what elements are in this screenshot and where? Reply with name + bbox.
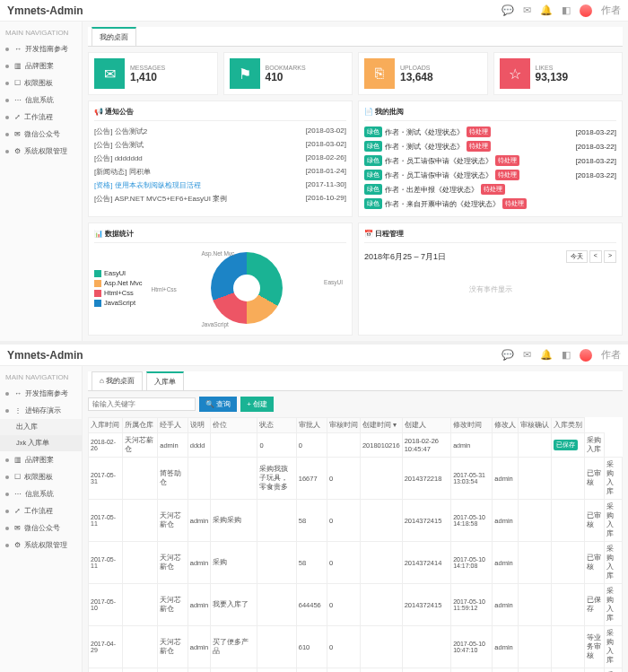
sidebar-item[interactable]: ↔ 开发指南参考 xyxy=(0,40,82,57)
chart-icon: 📊 xyxy=(94,230,103,238)
sidebar-item[interactable]: ⚙ 系统权限管理 xyxy=(0,143,82,160)
chat-icon[interactable]: 💬 xyxy=(502,4,514,16)
stat-card: ✉MESSAGES1,410 xyxy=(88,52,218,95)
stat-card: ⚑BOOKMARKS410 xyxy=(223,52,353,95)
sidebar-item[interactable]: ▥ 品牌图案 xyxy=(0,451,82,468)
notice-item[interactable]: [新闻动态] 同积单[2018-01-24] xyxy=(94,165,346,179)
approval-item[interactable]: 绿色作者・出差申报《处理状态》待处理 xyxy=(364,182,616,196)
mail-icon[interactable]: ✉ xyxy=(523,349,531,361)
megaphone-icon: 📢 xyxy=(94,108,103,116)
stat-icon: ☆ xyxy=(500,58,530,89)
legend-item: Asp.Net Mvc xyxy=(94,279,143,287)
table-header[interactable]: 经手人 xyxy=(158,418,188,433)
calendar-panel: 📅 日程管理 2018年6月25 – 7月1日 今天 < > 没有事件显示 xyxy=(358,223,623,336)
table-header[interactable]: 修改时间 xyxy=(451,418,493,433)
notice-item[interactable]: [公告] ASP.NET MVC5+EF6+EasyUI 案例[2016-10-… xyxy=(94,192,346,205)
table-row[interactable]: 2017-05-11天河芯薪仓admin采购采购5802014372415201… xyxy=(89,500,623,542)
table-header[interactable]: 审核时间 xyxy=(327,418,360,433)
table-header[interactable]: 入库时间 xyxy=(89,418,123,433)
notice-item[interactable]: [公告] 公告测试[2018-03-02] xyxy=(94,138,346,152)
table-header[interactable]: 说明 xyxy=(188,418,210,433)
table-row[interactable]: 2017-04-29天河芯薪仓admin买了便多产品61002017-05-10… xyxy=(89,626,623,668)
calendar-empty: 没有事件显示 xyxy=(364,266,616,312)
topbar: Ymnets-Admin 💬 ✉ 🔔 ◧ 作者 xyxy=(0,0,628,22)
table-header[interactable]: 修改人 xyxy=(493,418,519,433)
approval-item[interactable]: 绿色作者・测试《处理状态》待处理[2018-03-22] xyxy=(364,125,616,139)
table-row[interactable]: 2017-05-31简答助仓采购我孩子玩具，零食贵多16677020143722… xyxy=(89,458,623,500)
bell-icon[interactable]: 🔔 xyxy=(540,4,553,16)
brand: Ymnets-Admin xyxy=(7,4,83,17)
sidebar-item[interactable]: ✉ 微信公众号 xyxy=(0,126,82,143)
topbar-icons: 💬 ✉ 🔔 ◧ 作者 xyxy=(502,348,621,362)
doc-icon: 📄 xyxy=(364,108,373,116)
tab[interactable]: 我的桌面 xyxy=(92,27,136,46)
table-header[interactable]: 所属仓库 xyxy=(123,418,158,433)
approval-item[interactable]: 绿色作者・来自开票申请的《处理状态》待处理 xyxy=(364,196,616,211)
table-row[interactable]: 2018-02-26天河芯薪仓admindddd0020180102162018… xyxy=(89,433,623,458)
calendar-range: 2018年6月25 – 7月1日 xyxy=(364,251,446,263)
sidebar-header: MAIN NAVIGATION xyxy=(0,370,82,385)
table-header[interactable]: 创建时间 ▾ xyxy=(360,418,402,433)
sidebar-item[interactable]: ☐ 权限图板 xyxy=(0,74,82,92)
sidebar-item[interactable]: ✉ 微信公众号 xyxy=(0,519,82,537)
calendar-prev-button[interactable]: < xyxy=(589,250,602,263)
stat-icon: ⚑ xyxy=(230,58,260,89)
search-input[interactable] xyxy=(88,397,196,411)
table-row[interactable]: 2017-05-10天河芯薪仓admin我要入库了644456020143724… xyxy=(89,584,623,626)
approval-item[interactable]: 绿色作者・员工请假申请《处理状态》待处理[2018-03-22] xyxy=(364,168,616,182)
legend-item: Html+Css xyxy=(94,289,143,297)
approvals-panel: 📄 我的批阅 绿色作者・测试《处理状态》待处理[2018-03-22]绿色作者・… xyxy=(358,100,623,217)
mail-icon[interactable]: ✉ xyxy=(523,4,531,16)
notice-panel: 📢 通知公告 [公告] 公告测试2[2018-03-02][公告] 公告测试[2… xyxy=(88,100,353,217)
create-button[interactable]: + 创建 xyxy=(240,397,274,412)
sidebar-item[interactable]: Jxk 入库单 xyxy=(0,435,82,451)
tab[interactable]: ⌂ 我的桌面 xyxy=(92,371,143,390)
nav-icon: ▥ xyxy=(14,62,22,70)
stat-icon: ⎘ xyxy=(364,58,395,89)
notice-item[interactable]: [公告] 公告测试2[2018-03-02] xyxy=(94,125,346,138)
tab-bar: 我的桌面 xyxy=(88,27,623,47)
notice-item[interactable]: [资格] 使用本表制阅纵检现目活程[2017-11-30] xyxy=(94,179,346,192)
nav-icon: ⋮ xyxy=(14,406,22,415)
notice-item[interactable]: [公告] ddddddd[2018-02-26] xyxy=(94,152,346,165)
avatar[interactable] xyxy=(580,349,592,362)
chart-panel: 📊 数据统计 EasyUIAsp.Net MvcHtml+CssJavaScri… xyxy=(88,223,353,336)
calendar-next-button[interactable]: > xyxy=(604,250,616,263)
card-icon[interactable]: ◧ xyxy=(562,349,571,361)
card-icon[interactable]: ◧ xyxy=(562,4,571,16)
nav-icon: ⋯ xyxy=(14,490,22,498)
sidebar-item[interactable]: ⤢ 工作流程 xyxy=(0,502,82,519)
nav-icon: ☐ xyxy=(14,79,21,87)
approval-item[interactable]: 绿色作者・员工请假申请《处理状态》待处理[2018-03-22] xyxy=(364,153,616,168)
sidebar-item[interactable]: ⋯ 信息系统 xyxy=(0,485,82,502)
screen-dashboard: Ymnets-Admin 💬 ✉ 🔔 ◧ 作者 MAIN NAVIGATION … xyxy=(0,0,628,341)
sidebar-item[interactable]: ⚙ 系统权限管理 xyxy=(0,537,82,554)
table-header[interactable]: 状态 xyxy=(257,418,296,433)
calendar-today-button[interactable]: 今天 xyxy=(566,250,588,263)
table-header[interactable]: 创建人 xyxy=(402,418,451,433)
sidebar-item[interactable]: ⤢ 工作流程 xyxy=(0,109,82,126)
user-name[interactable]: 作者 xyxy=(601,348,621,362)
sidebar-item[interactable]: ☐ 权限图板 xyxy=(0,468,82,485)
sidebar-item[interactable]: ⋯ 信息系统 xyxy=(0,92,82,109)
sidebar-item[interactable]: ⋮ 进销存演示 xyxy=(0,402,82,419)
table-header[interactable]: 价位 xyxy=(211,418,257,433)
table-row[interactable]: 2017-05-11天河芯薪仓admin采购58020143724142017-… xyxy=(89,542,623,584)
query-button[interactable]: 🔍 查询 xyxy=(199,397,237,412)
chat-icon[interactable]: 💬 xyxy=(502,349,514,361)
table-row[interactable]: 2017-05-02意仓admin车不意高买到意仓511846402017-05… xyxy=(89,668,623,673)
topbar-icons: 💬 ✉ 🔔 ◧ 作者 xyxy=(502,4,621,17)
tab[interactable]: 入库单 xyxy=(146,371,184,390)
table-header[interactable]: 审核确认 xyxy=(519,418,552,433)
avatar[interactable] xyxy=(580,4,592,17)
table-header[interactable]: 入库类别 xyxy=(552,418,585,433)
bell-icon[interactable]: 🔔 xyxy=(540,349,553,361)
user-name[interactable]: 作者 xyxy=(601,4,621,17)
sidebar-item[interactable]: ↔ 开发指南参考 xyxy=(0,385,82,402)
table-header[interactable]: 审批人 xyxy=(296,418,327,433)
nav-icon: ⤢ xyxy=(14,507,21,515)
sidebar-item[interactable]: 出入库 xyxy=(0,419,82,435)
stat-card: ⎘UPLOADS13,648 xyxy=(358,52,488,95)
sidebar-item[interactable]: ▥ 品牌图案 xyxy=(0,57,82,74)
approval-item[interactable]: 绿色作者・测试《处理状态》待处理[2018-03-22] xyxy=(364,139,616,153)
